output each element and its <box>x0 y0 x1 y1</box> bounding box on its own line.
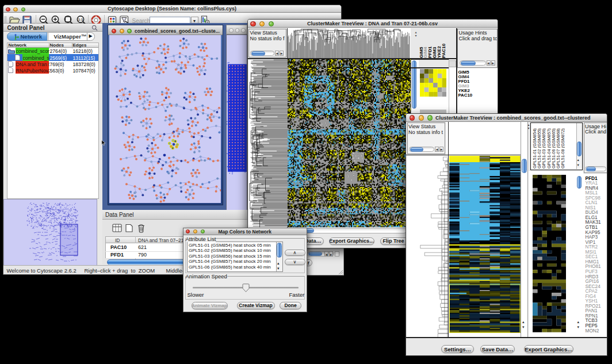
svg-text:1:1: 1:1 <box>78 18 83 21</box>
